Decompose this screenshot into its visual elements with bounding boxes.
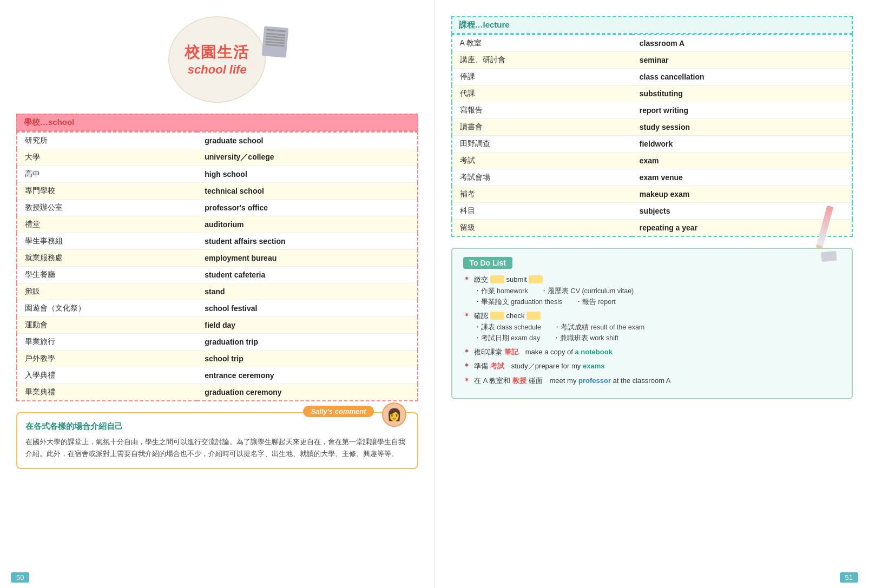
- school-row-chinese: 禮堂: [17, 216, 197, 233]
- school-row-english: high school: [197, 166, 417, 183]
- todo-box: To Do List ＊ 繳交 submit ・作業 homework ・履歷表…: [451, 248, 853, 399]
- school-table-row: 就業服務處 employment bureau: [17, 250, 418, 267]
- todo-star-1: ＊: [463, 275, 470, 283]
- todo-submit-sub3: ・畢業論文 graduation thesis: [474, 298, 563, 306]
- lecture-row-english: seminar: [632, 52, 852, 69]
- comment-box: Sally's comment 👩 在各式各樣的場合介紹自己 在國外大學的課堂上…: [16, 412, 418, 469]
- lecture-row-chinese: 科目: [452, 203, 632, 220]
- todo-check-zh: 確認: [474, 312, 490, 320]
- notebook-icon: [262, 26, 289, 58]
- school-row-english: entrance ceremony: [197, 367, 417, 384]
- school-table-row: 研究所 graduate school: [17, 132, 418, 149]
- school-row-chinese: 高中: [17, 166, 197, 183]
- pencil-eraser-decoration: [821, 206, 837, 261]
- todo-copy-text2: make a copy of: [518, 348, 575, 356]
- todo-item-meet: ＊ 在 A 教室和 教授 碰面 meet my professor at the…: [463, 375, 841, 387]
- todo-meet-text2: 碰面 meet my: [526, 376, 578, 385]
- lecture-table-row: 科目 subjects: [452, 203, 853, 220]
- school-row-english: graduation ceremony: [197, 384, 417, 401]
- comment-body: 在國外大學的課堂上，氣氛十分自由，學生之間可以進行交流討論。為了讓學生聊起天來更…: [25, 436, 409, 460]
- todo-item-study: ＊ 準備 考試 study／prepare for my exams: [463, 361, 841, 372]
- school-row-english: stand: [197, 283, 417, 300]
- school-section-header: 學校…school: [16, 114, 418, 131]
- school-table-row: 禮堂 auditorium: [17, 216, 418, 233]
- lecture-table-row: 停課 class cancellation: [452, 69, 853, 85]
- eraser-icon: [821, 251, 837, 262]
- school-table-row: 高中 high school: [17, 166, 418, 183]
- lecture-row-english: exam venue: [632, 169, 852, 186]
- lecture-row-english: makeup exam: [632, 186, 852, 203]
- todo-item-check: ＊ 確認 check ・課表 class schedule ・考試成績 resu…: [463, 310, 841, 343]
- todo-submit-sub1: ・作業 homework: [474, 287, 528, 295]
- school-row-english: technical school: [197, 183, 417, 200]
- lecture-row-english: fieldwork: [632, 136, 852, 153]
- lecture-row-chinese: 講座、研討會: [452, 52, 632, 69]
- todo-submit-sub4: ・報告 report: [575, 298, 616, 306]
- title-english: school life: [185, 63, 249, 77]
- comment-title: 在各式各樣的場合介紹自己: [25, 421, 409, 432]
- school-row-chinese: 園遊會（文化祭）: [17, 300, 197, 317]
- todo-study-text2: study／prepare for my: [504, 362, 583, 370]
- todo-submit-zh: 繳交: [474, 275, 490, 283]
- lecture-row-chinese: 補考: [452, 186, 632, 203]
- lecture-table-row: 講座、研討會 seminar: [452, 52, 853, 69]
- todo-meet-text1: 在 A 教室和: [474, 376, 512, 385]
- todo-copy-text1: 複印課堂: [474, 348, 504, 356]
- todo-meet-text3: at the classroom A: [611, 376, 671, 385]
- school-table-row: 專門學校 technical school: [17, 183, 418, 200]
- school-vocab-table: 研究所 graduate school 大學 university／colleg…: [16, 131, 418, 401]
- school-row-chinese: 就業服務處: [17, 250, 197, 267]
- todo-check-sub3: ・考試日期 exam day: [474, 334, 541, 342]
- lecture-table-row: 田野調查 fieldwork: [452, 136, 853, 153]
- school-row-chinese: 學生餐廳: [17, 267, 197, 283]
- todo-check-sub2: ・考試成績 result of the exam: [554, 323, 644, 331]
- school-row-english: graduate school: [197, 132, 417, 149]
- page-header: 校園生活 school life: [16, 16, 418, 103]
- lecture-table-row: 代課 substituting: [452, 85, 853, 102]
- lecture-row-english: substituting: [632, 85, 852, 102]
- lecture-row-english: class cancellation: [632, 69, 852, 85]
- page-right: 課程…lecture A 教室 classroom A 講座、研討會 semin…: [435, 0, 870, 588]
- school-table-row: 畢業典禮 graduation ceremony: [17, 384, 418, 401]
- school-row-chinese: 教授辦公室: [17, 200, 197, 216]
- school-table-row: 大學 university／college: [17, 149, 418, 166]
- school-table-row: 攤販 stand: [17, 283, 418, 300]
- todo-star-4: ＊: [463, 362, 470, 370]
- school-row-english: university／college: [197, 149, 417, 166]
- page-number-right: 51: [840, 572, 858, 583]
- title-chinese: 校園生活: [185, 42, 249, 63]
- todo-check-sub4: ・兼職班表 work shift: [553, 334, 618, 342]
- todo-item-copy: ＊ 複印課堂 筆記 make a copy of a notebook: [463, 347, 841, 358]
- todo-submit-en: submit: [506, 275, 529, 283]
- school-row-chinese: 畢業典禮: [17, 384, 197, 401]
- school-table-row: 園遊會（文化祭） school festival: [17, 300, 418, 317]
- lecture-row-english: exam: [632, 153, 852, 169]
- todo-check-highlight1: [490, 312, 504, 320]
- lecture-section: 課程…lecture A 教室 classroom A 講座、研討會 semin…: [451, 16, 853, 237]
- todo-check-en: check: [506, 312, 526, 320]
- school-table-row: 畢業旅行 graduation trip: [17, 334, 418, 351]
- school-table-row: 入學典禮 entrance ceremony: [17, 367, 418, 384]
- school-row-english: student affairs section: [197, 233, 417, 250]
- school-row-chinese: 研究所: [17, 132, 197, 149]
- lecture-row-chinese: 田野調查: [452, 136, 632, 153]
- school-row-english: field day: [197, 317, 417, 334]
- todo-item-submit: ＊ 繳交 submit ・作業 homework ・履歷表 CV (curric…: [463, 274, 841, 307]
- sally-avatar: 👩: [382, 402, 406, 427]
- lecture-row-chinese: 停課: [452, 69, 632, 85]
- lecture-row-english: classroom A: [632, 35, 852, 52]
- lecture-table-row: 考試會場 exam venue: [452, 169, 853, 186]
- lecture-row-chinese: A 教室: [452, 35, 632, 52]
- school-table-row: 學生事務組 student affairs section: [17, 233, 418, 250]
- title-circle: 校園生活 school life: [168, 16, 266, 103]
- school-row-chinese: 入學典禮: [17, 367, 197, 384]
- lecture-row-chinese: 考試: [452, 153, 632, 169]
- lecture-table-row: 寫報告 report writing: [452, 102, 853, 119]
- school-row-english: employment bureau: [197, 250, 417, 267]
- todo-study-colored: 考試: [490, 362, 504, 370]
- lecture-vocab-table: A 教室 classroom A 講座、研討會 seminar 停課 class…: [451, 34, 853, 237]
- comment-badge: Sally's comment: [303, 406, 373, 417]
- todo-meet-professor-en: professor: [578, 376, 611, 385]
- lecture-row-english: study session: [632, 119, 852, 136]
- todo-study-exams: exams: [583, 362, 604, 370]
